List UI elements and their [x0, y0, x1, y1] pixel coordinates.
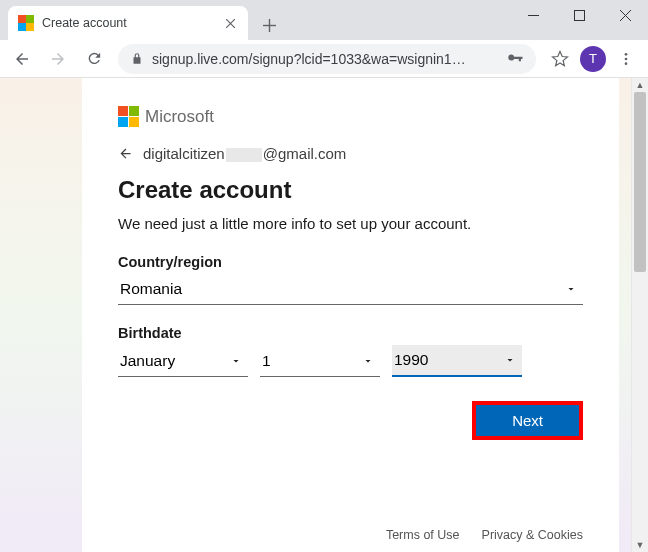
- scrollbar[interactable]: ▲ ▼: [631, 78, 648, 552]
- birth-month-select[interactable]: January: [118, 345, 248, 377]
- footer-terms-link[interactable]: Terms of Use: [386, 528, 460, 542]
- window-close-button[interactable]: [602, 0, 648, 30]
- next-button[interactable]: Next: [472, 401, 583, 440]
- page-subtext: We need just a little more info to set u…: [118, 214, 583, 234]
- signup-card: Microsoft digitalcitizen@gmail.com Creat…: [82, 78, 619, 552]
- window-minimize-button[interactable]: [510, 0, 556, 30]
- window-maximize-button[interactable]: [556, 0, 602, 30]
- svg-rect-1: [574, 10, 584, 20]
- birth-day-select[interactable]: 1: [260, 345, 380, 377]
- new-tab-button[interactable]: [254, 10, 284, 40]
- identity-row[interactable]: digitalcitizen@gmail.com: [118, 145, 583, 162]
- nav-forward-button: [42, 43, 74, 75]
- country-value: Romania: [120, 280, 182, 298]
- tab-close-button[interactable]: [222, 15, 238, 31]
- avatar-letter: T: [589, 51, 597, 66]
- svg-point-8: [625, 53, 628, 56]
- scrollbar-thumb[interactable]: [634, 92, 646, 272]
- browser-menu-button[interactable]: [610, 43, 642, 75]
- background-gradient: [619, 78, 631, 552]
- chevron-down-icon: [565, 283, 577, 295]
- background-gradient: [0, 78, 82, 552]
- browser-tab[interactable]: Create account: [8, 6, 248, 40]
- footer-privacy-link[interactable]: Privacy & Cookies: [482, 528, 583, 542]
- chevron-down-icon: [362, 355, 374, 367]
- chevron-down-icon: [504, 354, 516, 366]
- tab-title: Create account: [42, 16, 222, 30]
- birthdate-label: Birthdate: [118, 325, 583, 341]
- nav-back-button[interactable]: [6, 43, 38, 75]
- key-icon[interactable]: [506, 50, 524, 68]
- identity-back-icon[interactable]: [118, 146, 133, 161]
- country-label: Country/region: [118, 254, 583, 270]
- nav-reload-button[interactable]: [78, 43, 110, 75]
- address-bar: signup.live.com/signup?lcid=1033&wa=wsig…: [0, 40, 648, 78]
- microsoft-favicon-icon: [18, 15, 34, 31]
- country-select[interactable]: Romania: [118, 274, 583, 305]
- chevron-down-icon: [230, 355, 242, 367]
- birth-day-value: 1: [262, 352, 271, 370]
- svg-point-9: [625, 57, 628, 60]
- page-heading: Create account: [118, 176, 583, 204]
- scroll-up-icon[interactable]: ▲: [632, 78, 648, 92]
- bookmark-star-button[interactable]: [544, 43, 576, 75]
- microsoft-logo: Microsoft: [118, 106, 583, 127]
- svg-point-10: [625, 62, 628, 65]
- scroll-down-icon[interactable]: ▼: [632, 538, 648, 552]
- omnibox[interactable]: signup.live.com/signup?lcid=1033&wa=wsig…: [118, 44, 536, 74]
- brand-name: Microsoft: [145, 107, 214, 127]
- url-text: signup.live.com/signup?lcid=1033&wa=wsig…: [152, 51, 498, 67]
- birth-month-value: January: [120, 352, 175, 370]
- lock-icon: [130, 52, 144, 66]
- email-redacted: [226, 148, 262, 162]
- microsoft-logo-icon: [118, 106, 139, 127]
- birth-year-select[interactable]: 1990: [392, 345, 522, 377]
- birth-year-value: 1990: [394, 351, 428, 369]
- identity-email: digitalcitizen@gmail.com: [143, 145, 346, 162]
- profile-avatar[interactable]: T: [580, 46, 606, 72]
